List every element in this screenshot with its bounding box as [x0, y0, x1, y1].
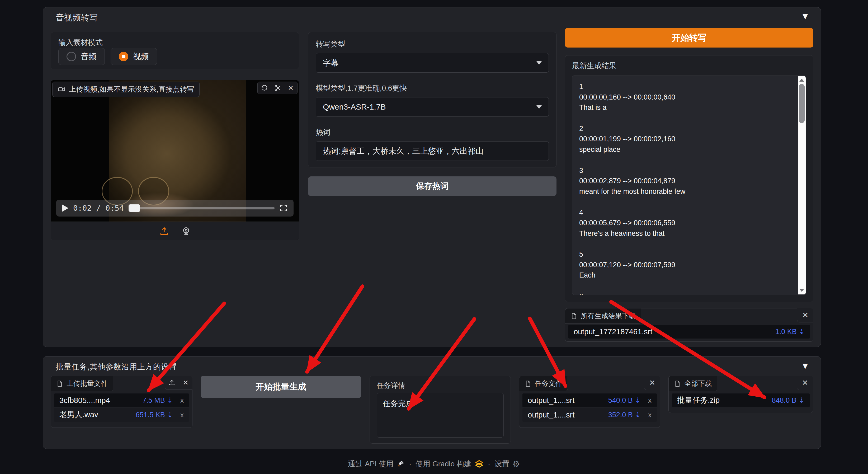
- clear-batch-files-button[interactable]: ✕: [179, 376, 192, 389]
- collapse-batch-icon[interactable]: ▼: [801, 361, 810, 370]
- download-all-tab: 全部下载: [669, 376, 717, 391]
- file-download-link[interactable]: 1.0 KB ⇣: [775, 327, 805, 336]
- srt-content: 1 00:00:00,160 --> 00:00:00,640 That is …: [579, 82, 787, 295]
- scissors-icon: [274, 84, 281, 92]
- app-root: 音视频转写 ▼ 输入素材模式 音频 视频: [0, 0, 868, 474]
- settings-link[interactable]: 设置 ⚙: [494, 459, 520, 469]
- results-group: 最新生成结果 1 00:00:00,160 --> 00:00:00,640 T…: [565, 55, 813, 302]
- file-download-link[interactable]: 352.0 B ⇣: [608, 411, 641, 419]
- transcribe-type-select[interactable]: 字幕: [316, 53, 549, 72]
- task-detail-group: 任务详情 任务完成: [370, 376, 511, 444]
- close-icon: ✕: [288, 84, 294, 92]
- webcam-source-icon[interactable]: [181, 226, 191, 236]
- video-time: 0:02 / 0:54: [73, 204, 124, 213]
- close-icon: ✕: [802, 378, 808, 387]
- radio-video[interactable]: 视频: [111, 48, 157, 65]
- file-icon: [674, 380, 681, 387]
- chevron-down-icon: [536, 61, 542, 65]
- fullscreen-icon[interactable]: [279, 204, 288, 212]
- save-hotwords-button[interactable]: 保存热词: [308, 176, 557, 196]
- file-size: 848.0 B: [772, 396, 797, 404]
- clear-download-all-button[interactable]: ✕: [797, 376, 813, 390]
- remove-file-icon[interactable]: x: [180, 411, 184, 419]
- batch-title: 批量任务,其他参数沿用上方的设置: [56, 362, 177, 372]
- input-mode-label: 输入素材模式: [58, 37, 103, 48]
- model-type-select[interactable]: Qwen3-ASR-1.7B: [316, 97, 549, 117]
- file-download-link[interactable]: 7.5 MB ⇣: [142, 396, 173, 405]
- results-textarea[interactable]: 1 00:00:00,160 --> 00:00:00,640 That is …: [572, 76, 806, 295]
- all-results-file-tab-label: 所有生成结果下载: [581, 311, 636, 321]
- scrollbar-thumb[interactable]: [799, 84, 805, 123]
- file-name: 批量任务.zip: [677, 395, 772, 406]
- trim-button[interactable]: [271, 82, 284, 94]
- api-link[interactable]: 通过 API 使用: [348, 459, 405, 469]
- file-name: 老男人.wav: [59, 410, 136, 420]
- clear-video-button[interactable]: ✕: [284, 82, 297, 94]
- video-progress-bar[interactable]: [129, 207, 275, 209]
- batch-file-row[interactable]: 老男人.wav 651.5 KB ⇣ x: [54, 408, 189, 422]
- footer-separator: ·: [409, 460, 411, 468]
- gradio-link[interactable]: 使用 Gradio 构建: [415, 459, 484, 469]
- task-files-tab: 任务文件: [519, 376, 568, 391]
- task-files-tab-label: 任务文件: [535, 379, 562, 388]
- batch-file-row[interactable]: 3cfb805....mp4 7.5 MB ⇣ x: [54, 393, 189, 407]
- all-results-file: 所有生成结果下载 ✕ output_1772187461.srt 1.0 KB …: [565, 308, 813, 342]
- hotwords-label: 热词: [316, 127, 549, 137]
- zip-file-row[interactable]: 批量任务.zip 848.0 B ⇣: [672, 393, 810, 407]
- task-file-row[interactable]: output_1....srt 352.0 B ⇣ x: [522, 408, 657, 422]
- clear-task-files-button[interactable]: ✕: [644, 376, 660, 390]
- remove-file-icon[interactable]: x: [648, 411, 652, 419]
- file-download-link[interactable]: 848.0 B ⇣: [772, 396, 804, 405]
- start-transcribe-label: 开始转写: [672, 32, 707, 44]
- gradio-link-label: 使用 Gradio 构建: [415, 459, 471, 469]
- hotwords-value: 热词:禀督工，大桥未久，三上悠亚，六出祁山: [323, 146, 484, 156]
- download-arrow-icon: ⇣: [167, 396, 173, 404]
- scroll-down-icon[interactable]: [799, 289, 804, 292]
- results-scrollbar[interactable]: [798, 76, 806, 294]
- upload-source-icon[interactable]: [159, 226, 169, 236]
- remove-file-icon[interactable]: x: [180, 396, 184, 405]
- start-batch-label: 开始批量生成: [255, 381, 306, 393]
- api-link-label: 通过 API 使用: [348, 459, 394, 469]
- start-batch-button[interactable]: 开始批量生成: [200, 376, 361, 398]
- file-download-link[interactable]: 651.5 KB ⇣: [136, 411, 173, 419]
- collapse-top-icon[interactable]: ▼: [801, 11, 810, 21]
- file-download-link[interactable]: 540.0 B ⇣: [608, 396, 641, 405]
- start-transcribe-button[interactable]: 开始转写: [565, 28, 813, 48]
- play-icon[interactable]: [62, 204, 68, 212]
- transcribe-panel: 音视频转写 ▼ 输入素材模式 音频 视频: [43, 7, 821, 347]
- upload-files-button[interactable]: [165, 376, 179, 389]
- clear-all-results-button[interactable]: ✕: [797, 308, 813, 322]
- task-detail-textarea[interactable]: 任务完成: [377, 393, 504, 438]
- gear-icon: ⚙: [513, 459, 520, 469]
- task-file-row[interactable]: output_1....srt 540.0 B ⇣ x: [522, 393, 657, 407]
- model-type-value: Qwen3-ASR-1.7B: [323, 102, 386, 112]
- rocket-icon: [397, 460, 405, 468]
- settings-group: 转写类型 字幕 模型类型,1.7更准确,0.6更快 Qwen3-ASR-1.7B…: [308, 32, 557, 168]
- video-progress-handle[interactable]: [129, 204, 140, 212]
- gradio-logo-icon: [475, 460, 484, 469]
- input-mode-group: 输入素材模式 音频 视频: [51, 32, 299, 69]
- undo-button[interactable]: [258, 82, 271, 94]
- transcribe-type-label: 转写类型: [316, 39, 549, 49]
- close-icon: ✕: [649, 378, 655, 387]
- download-arrow-icon: ⇣: [634, 396, 641, 404]
- remove-file-icon[interactable]: x: [648, 396, 652, 405]
- video-frame[interactable]: 0:02 / 0:54: [51, 80, 299, 222]
- close-icon: ✕: [183, 379, 189, 387]
- scroll-up-icon[interactable]: [799, 79, 804, 82]
- download-arrow-icon: ⇣: [634, 411, 641, 419]
- radio-audio-label: 音频: [81, 51, 97, 62]
- file-name: 3cfb805....mp4: [59, 396, 142, 405]
- file-size: 352.0 B: [608, 411, 633, 419]
- settings-link-label: 设置: [494, 459, 509, 469]
- file-icon: [570, 313, 577, 320]
- model-type-label: 模型类型,1.7更准确,0.6更快: [316, 83, 549, 93]
- batch-upload-toolbar: ✕: [165, 376, 192, 390]
- result-file-row[interactable]: output_1772187461.srt 1.0 KB ⇣: [568, 325, 810, 338]
- upload-icon: [168, 379, 175, 386]
- radio-video-label: 视频: [133, 51, 149, 62]
- radio-audio-circle-icon: [66, 52, 76, 61]
- hotwords-input[interactable]: 热词:禀督工，大桥未久，三上悠亚，六出祁山: [316, 141, 549, 161]
- radio-audio[interactable]: 音频: [58, 48, 105, 65]
